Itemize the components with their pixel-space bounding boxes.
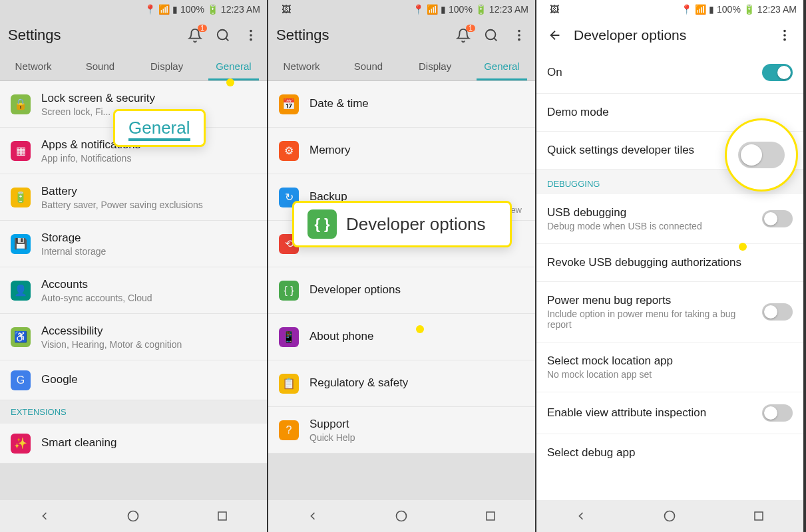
location-icon: 📍 — [144, 4, 156, 15]
location-icon: 📍 — [413, 4, 424, 15]
search-button[interactable] — [483, 27, 499, 43]
back-button[interactable] — [573, 508, 589, 524]
search-button[interactable] — [215, 27, 231, 43]
item-revoke-usb[interactable]: Revoke USB debugging authorizations — [536, 244, 803, 282]
item-accessibility[interactable]: ♿AccessibilityVision, Hearing, Motor & c… — [0, 314, 267, 360]
highlight-dot — [739, 243, 747, 251]
svg-point-9 — [518, 39, 520, 41]
tab-display[interactable]: Display — [402, 52, 469, 80]
panel-2-settings-general: 🖼 📍 📶 ▮ 100% 🔋 12:23 AM Settings 1 Netwo… — [268, 0, 536, 532]
item-mock-location[interactable]: Select mock location appNo mock location… — [536, 342, 803, 392]
tab-general[interactable]: General — [469, 52, 535, 80]
svg-point-14 — [783, 39, 786, 41]
tab-network[interactable]: Network — [0, 52, 67, 80]
tab-sound[interactable]: Sound — [67, 52, 133, 80]
kebab-icon — [244, 28, 258, 43]
storage-icon: 💾 — [11, 234, 31, 254]
toggle-view-attr[interactable] — [762, 404, 793, 422]
arrow-left-icon — [548, 28, 562, 43]
tab-display[interactable]: Display — [134, 52, 200, 80]
signal-icon: ▮ — [172, 4, 178, 15]
toggle-on[interactable] — [762, 64, 793, 81]
recents-button[interactable] — [751, 508, 767, 524]
app-header: Settings 1 — [268, 19, 535, 52]
home-button[interactable] — [662, 508, 678, 524]
phone-icon: 📱 — [279, 327, 299, 347]
regulatory-icon: 📋 — [279, 374, 299, 394]
svg-point-7 — [518, 30, 520, 33]
wifi-icon: 📶 — [695, 4, 706, 15]
dev-icon: { } — [307, 209, 337, 239]
svg-point-6 — [486, 30, 496, 40]
panel-1-settings: 📍 📶 ▮ 100% 🔋 12:23 AM Settings 1 Network… — [0, 0, 268, 532]
signal-icon: ▮ — [709, 4, 714, 15]
dev-icon: { } — [279, 281, 299, 301]
item-select-debug-app[interactable]: Select debug app — [536, 434, 803, 471]
tab-network[interactable]: Network — [268, 52, 335, 80]
status-bar: 📍 📶 ▮ 100% 🔋 12:23 AM — [0, 0, 267, 19]
page-title: Settings — [8, 27, 187, 44]
item-support[interactable]: ?SupportQuick Help — [268, 407, 535, 454]
smart-cleaning-icon: ✨ — [11, 434, 31, 454]
signal-icon: ▮ — [441, 4, 446, 15]
toggle-off-large — [738, 142, 785, 168]
notifications-button[interactable]: 1 — [187, 27, 203, 43]
apps-icon: ▦ — [11, 141, 31, 161]
tab-general[interactable]: General — [200, 52, 267, 80]
item-usb-debugging[interactable]: USB debuggingDebug mode when USB is conn… — [536, 194, 803, 244]
battery-pct: 100% — [180, 4, 204, 15]
svg-point-0 — [218, 30, 228, 40]
tabs: Network Sound Display General — [268, 52, 535, 81]
menu-button[interactable] — [777, 27, 793, 43]
recents-button[interactable] — [214, 508, 230, 524]
google-icon: G — [11, 370, 31, 390]
svg-point-8 — [518, 34, 520, 37]
item-view-attr[interactable]: Enable view attribute inspection — [536, 392, 803, 434]
back-button[interactable] — [547, 27, 563, 43]
clock: 12:23 AM — [221, 4, 260, 15]
memory-icon: ⚙ — [279, 141, 299, 161]
kebab-icon — [512, 28, 526, 43]
item-about-phone[interactable]: 📱About phone — [268, 314, 535, 360]
item-accounts[interactable]: 👤AccountsAuto-sync accounts, Cloud — [0, 267, 267, 314]
battery-icon: 🔋 — [743, 4, 755, 15]
accessibility-icon: ♿ — [11, 327, 31, 347]
item-google[interactable]: GGoogle — [0, 360, 267, 400]
tab-sound[interactable]: Sound — [335, 52, 401, 80]
badge: 1 — [198, 25, 207, 32]
toggle-bug-reports[interactable] — [762, 303, 793, 321]
svg-point-2 — [250, 34, 252, 37]
tabs: Network Sound Display General — [0, 52, 267, 81]
menu-button[interactable] — [511, 27, 527, 43]
back-button[interactable] — [305, 508, 321, 524]
item-bug-reports[interactable]: Power menu bug reportsInclude option in … — [536, 282, 803, 342]
svg-point-3 — [250, 39, 252, 41]
svg-point-13 — [783, 34, 786, 37]
item-date-time[interactable]: 📅Date & time — [268, 81, 535, 128]
status-bar: 🖼 📍 📶 ▮ 100% 🔋 12:23 AM — [268, 0, 535, 19]
item-smart-cleaning[interactable]: ✨Smart cleaning — [0, 424, 267, 464]
item-battery[interactable]: 🔋BatteryBattery saver, Power saving excl… — [0, 174, 267, 221]
item-regulatory[interactable]: 📋Regulatory & safety — [268, 360, 535, 407]
item-developer-options[interactable]: { }Developer options — [268, 267, 535, 314]
panel-3-developer-options: 🖼 📍 📶 ▮ 100% 🔋 12:23 AM Developer option… — [536, 0, 805, 532]
menu-button[interactable] — [243, 27, 259, 43]
home-button[interactable] — [125, 508, 141, 524]
page-title: Settings — [276, 27, 455, 44]
back-button[interactable] — [37, 508, 53, 524]
screenshot-icon: 🖼 — [550, 4, 559, 15]
item-memory[interactable]: ⚙Memory — [268, 128, 535, 174]
toggle-usb-debugging[interactable] — [762, 210, 793, 227]
item-storage[interactable]: 💾StorageInternal storage — [0, 221, 267, 267]
battery-pct: 100% — [717, 4, 741, 15]
recents-button[interactable] — [483, 508, 499, 524]
nav-bar — [0, 500, 267, 532]
clock: 12:23 AM — [757, 4, 797, 15]
location-icon: 📍 — [681, 4, 692, 15]
notifications-button[interactable]: 1 — [455, 27, 471, 43]
home-button[interactable] — [393, 508, 409, 524]
item-on[interactable]: On — [536, 52, 803, 94]
highlight-dot — [416, 325, 424, 333]
screenshot-icon: 🖼 — [282, 4, 291, 15]
callout-general: General — [113, 109, 206, 147]
